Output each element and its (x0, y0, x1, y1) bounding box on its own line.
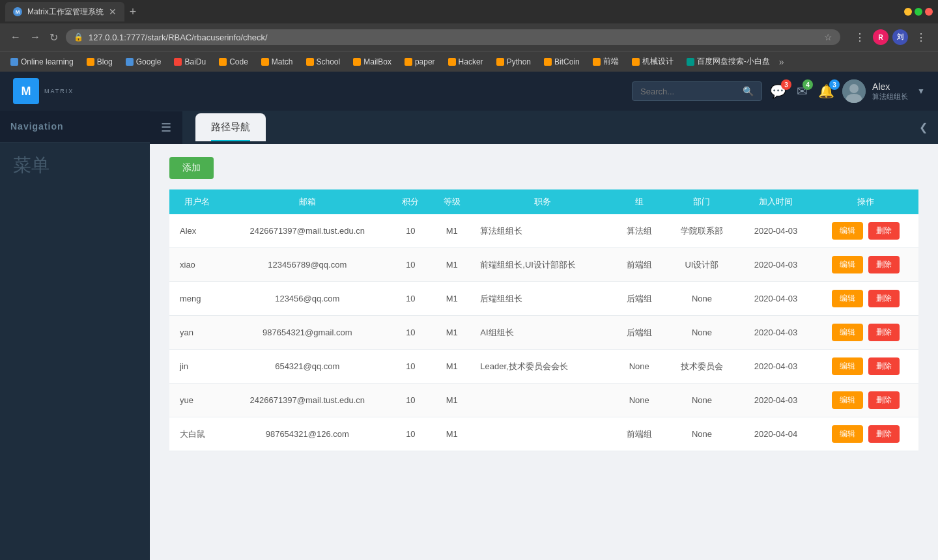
extensions-button[interactable]: ⋮ (851, 28, 869, 46)
search-area: 🔍 💬 3 ✉ 4 🔔 3 (632, 79, 925, 103)
cell-points: 10 (390, 384, 431, 417)
bell-icon-wrap[interactable]: 🔔 3 (818, 83, 834, 99)
col-department: 部门 (665, 189, 739, 214)
bookmark-url-button[interactable]: ☆ (824, 32, 832, 42)
bookmark-google[interactable]: Google (121, 55, 167, 68)
bookmark-baidu[interactable]: BaiDu (169, 55, 211, 68)
refresh-button[interactable]: ↻ (47, 30, 61, 45)
cell-username: yue (169, 384, 225, 417)
cell-email: 123456@qq.com (225, 282, 390, 316)
bookmark-mechanical[interactable]: 机械设计 (627, 54, 679, 69)
bookmark-match[interactable]: Match (256, 55, 298, 68)
bookmarks-more-button[interactable]: » (779, 57, 784, 67)
cell-group: None (613, 350, 665, 384)
edit-button[interactable]: 编辑 (832, 425, 863, 443)
new-tab-button[interactable]: + (130, 5, 137, 19)
header-icons: 💬 3 ✉ 4 🔔 3 (770, 83, 834, 99)
close-button[interactable] (925, 8, 933, 16)
bookmark-school[interactable]: School (301, 55, 346, 68)
cell-department: 技术委员会 (665, 350, 739, 384)
bookmark-label: 百度网盘搜索-小白盘 (697, 56, 770, 67)
bookmark-label: Blog (97, 57, 113, 66)
edit-button[interactable]: 编辑 (832, 324, 863, 341)
sidebar-nav-label: Navigation (10, 121, 64, 132)
browser-profile-2[interactable]: 刘 (892, 29, 908, 45)
mail-icon-wrap[interactable]: ✉ 4 (797, 83, 808, 99)
cell-username: jin (169, 350, 225, 384)
table-header-row: 用户名 邮箱 积分 等级 职务 组 部门 加入时间 操作 (169, 189, 918, 214)
forward-button[interactable]: → (27, 30, 43, 44)
back-button[interactable]: ← (8, 30, 23, 44)
add-button[interactable]: 添加 (169, 157, 214, 179)
bookmark-bitcoin[interactable]: BitCoin (539, 55, 585, 68)
window-controls (904, 8, 933, 16)
edit-button[interactable]: 编辑 (832, 290, 863, 307)
delete-button[interactable]: 删除 (868, 256, 900, 273)
delete-button[interactable]: 删除 (868, 357, 900, 375)
breadcrumb-tab: 路径导航 (195, 113, 266, 141)
edit-button[interactable]: 编辑 (832, 357, 863, 375)
hamburger-button[interactable]: ☰ (150, 111, 182, 144)
main-area: Navigation 菜单 ☰ 路径导航 ❮ 添加 (0, 111, 938, 560)
bookmark-icon (544, 58, 552, 66)
bookmark-label: paper (415, 57, 435, 66)
message-icon-wrap[interactable]: 💬 3 (770, 83, 786, 99)
more-button[interactable]: ⋮ (912, 28, 930, 46)
cell-join-date: 2020-04-03 (739, 350, 814, 384)
user-role: 算法组组长 (872, 92, 908, 102)
bookmark-label: BitCoin (554, 57, 580, 66)
cell-level: M1 (431, 384, 472, 417)
edit-button[interactable]: 编辑 (832, 256, 863, 273)
cell-join-date: 2020-04-03 (739, 282, 814, 316)
collapse-button[interactable]: ❮ (909, 111, 938, 144)
delete-button[interactable]: 删除 (868, 324, 900, 341)
search-input[interactable] (640, 87, 737, 96)
cell-department: UI设计部 (665, 248, 739, 282)
cell-points: 10 (390, 350, 431, 384)
search-box[interactable]: 🔍 (632, 81, 762, 101)
lock-icon: 🔒 (74, 33, 83, 42)
content-area: ☰ 路径导航 ❮ 添加 用户名 邮箱 积分 (150, 111, 938, 560)
edit-button[interactable]: 编辑 (832, 391, 863, 409)
delete-button[interactable]: 删除 (868, 425, 900, 443)
cell-department: None (665, 316, 739, 350)
bookmark-label: MailBox (363, 57, 391, 66)
bookmark-baidu-pan[interactable]: 百度网盘搜索-小白盘 (681, 54, 775, 69)
bookmark-paper[interactable]: paper (399, 55, 440, 68)
browser-profile-1[interactable]: R (873, 29, 888, 45)
tab-favicon: M (13, 7, 22, 16)
breadcrumb-area: 路径导航 (182, 113, 909, 141)
bookmark-mailbox[interactable]: MailBox (348, 55, 397, 68)
cell-level: M1 (431, 282, 472, 316)
delete-button[interactable]: 删除 (868, 222, 900, 240)
maximize-button[interactable] (915, 8, 922, 16)
bookmark-code[interactable]: Code (214, 55, 253, 68)
col-username: 用户名 (169, 189, 225, 214)
cell-level: M1 (431, 417, 472, 451)
bookmark-online-learning[interactable]: Online learning (5, 55, 79, 68)
delete-button[interactable]: 删除 (868, 290, 900, 307)
cell-username: Alex (169, 214, 225, 248)
page-header: ☰ 路径导航 ❮ (150, 111, 938, 144)
bookmark-blog[interactable]: Blog (81, 55, 118, 68)
bookmark-hacker[interactable]: Hacker (443, 55, 489, 68)
delete-button[interactable]: 删除 (868, 391, 900, 409)
table-row: jin 654321@qq.com 10 M1 Leader,技术委员会会长 N… (169, 350, 918, 384)
edit-button[interactable]: 编辑 (832, 222, 863, 240)
cell-email: 654321@qq.com (225, 350, 390, 384)
user-area[interactable]: Alex 算法组组长 ▼ (842, 79, 925, 103)
bookmark-python[interactable]: Python (491, 55, 536, 68)
tab-close-button[interactable]: ✕ (109, 7, 117, 17)
logo-letter: M (13, 78, 39, 104)
col-group: 组 (613, 189, 665, 214)
minimize-button[interactable] (904, 8, 912, 16)
bookmark-frontend[interactable]: 前端 (588, 54, 624, 69)
breadcrumb-text: 路径导航 (211, 121, 250, 141)
browser-right-icons: ⋮ R 刘 ⋮ (851, 28, 930, 46)
cell-email: 987654321@gmail.com (225, 316, 390, 350)
bookmark-icon (306, 58, 314, 66)
browser-tab[interactable]: M Matrix工作室管理系统 ✕ (5, 2, 124, 21)
cell-group: None (613, 384, 665, 417)
cell-points: 10 (390, 282, 431, 316)
url-bar[interactable]: 🔒 127.0.0.1:7777/stark/RBAC/rbacuserinfo… (66, 29, 840, 45)
